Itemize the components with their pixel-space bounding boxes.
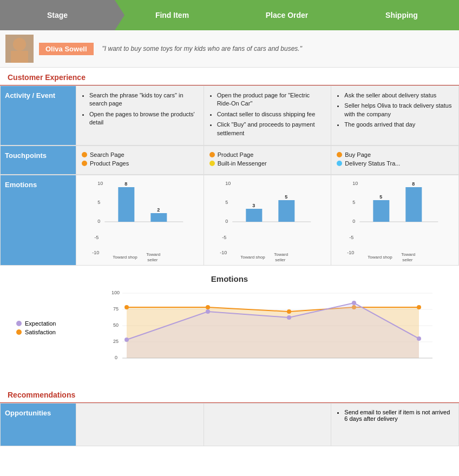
recommendations-title: Recommendations (0, 385, 459, 403)
svg-text:Toward shop: Toward shop (240, 255, 265, 260)
activity-col2: Open the product page for "Electric Ride… (204, 85, 332, 146)
svg-rect-2 (11, 51, 28, 63)
svg-text:2: 2 (157, 207, 160, 213)
customer-experience-title: Customer Experience (0, 68, 459, 85)
svg-rect-22 (246, 209, 262, 222)
svg-point-55 (287, 309, 291, 314)
emotions-chart-3: 10 5 0 -5 -10 5 8 Toward shop Toward sel… (331, 175, 459, 266)
stage-bar: Stage Find Item Place Order Shipping (0, 0, 459, 30)
svg-text:25: 25 (113, 339, 119, 344)
svg-point-60 (206, 309, 210, 314)
svg-text:-10: -10 (92, 250, 99, 255)
svg-text:10: 10 (225, 181, 231, 186)
svg-text:Toward: Toward (402, 252, 416, 257)
rec-col3: Send email to seller if item is not arri… (331, 403, 459, 446)
touchpoints-row: Touchpoints Search Page Product Pages Pr… (0, 146, 459, 175)
activity-event-label: Activity / Event (1, 85, 76, 146)
svg-text:50: 50 (113, 322, 119, 328)
legend-satisfaction-dot (16, 329, 22, 335)
avatar (5, 35, 34, 63)
activity-col1: Search the phrase "kids toy cars" in sea… (76, 85, 204, 146)
touchpoints-col1: Search Page Product Pages (76, 146, 204, 175)
customer-row: Oliva Sowell "I want to buy some toys fo… (0, 30, 459, 68)
svg-rect-9 (118, 187, 134, 222)
svg-rect-37 (406, 187, 422, 222)
svg-point-62 (352, 301, 356, 305)
svg-text:Toward: Toward (274, 252, 288, 257)
svg-text:10: 10 (353, 181, 358, 186)
svg-text:-5: -5 (350, 235, 354, 240)
emotions-chart-title: Emotions (5, 274, 454, 283)
recommendations-grid: Opportunities Send email to seller if it… (0, 403, 459, 446)
svg-point-61 (287, 315, 291, 320)
svg-text:-5: -5 (222, 235, 226, 240)
svg-text:5: 5 (353, 200, 356, 205)
activity-col3: Ask the seller about delivery status Sel… (331, 85, 459, 146)
stage-item-placeorder: Place Order (230, 0, 344, 30)
svg-text:-10: -10 (347, 250, 355, 255)
dot-search-page (82, 152, 87, 157)
svg-text:seller: seller (147, 257, 158, 262)
emotions-row: Emotions 10 5 0 -5 -10 8 2 Toward shop T… (0, 175, 459, 266)
dot-delivery-status (337, 161, 342, 166)
line-chart-svg: 100 75 50 25 0 (97, 288, 448, 374)
touchpoints-label: Touchpoints (1, 146, 76, 175)
svg-text:-5: -5 (94, 235, 99, 240)
touchpoints-col3: Buy Page Delivery Status Tra... (331, 146, 459, 175)
dot-messenger (209, 161, 215, 166)
svg-text:75: 75 (113, 306, 119, 312)
svg-text:3: 3 (252, 203, 255, 208)
svg-text:10: 10 (97, 181, 103, 186)
svg-text:0: 0 (97, 219, 100, 224)
legend-expectation-dot (16, 321, 22, 326)
svg-point-63 (417, 336, 421, 341)
svg-text:Toward shop: Toward shop (113, 255, 137, 260)
svg-text:-10: -10 (220, 250, 227, 255)
svg-text:0: 0 (225, 219, 228, 224)
emotions-chart-1: 10 5 0 -5 -10 8 2 Toward shop Toward sel… (76, 175, 204, 266)
stage-item-finditem: Find Item (115, 0, 230, 30)
svg-text:seller: seller (403, 257, 413, 262)
touchpoints-col2: Product Page Built-in Messenger (204, 146, 332, 175)
svg-text:100: 100 (112, 290, 120, 295)
svg-text:0: 0 (115, 355, 117, 360)
bar-chart-3: 10 5 0 -5 -10 5 8 Toward shop Toward sel… (333, 178, 456, 262)
svg-text:8: 8 (124, 181, 127, 187)
svg-text:seller: seller (275, 257, 285, 262)
svg-text:5: 5 (285, 194, 287, 200)
emotions-label: Emotions (1, 175, 76, 266)
svg-point-57 (417, 305, 421, 309)
customer-quote: "I want to buy some toys for my kids who… (102, 45, 302, 52)
svg-rect-11 (150, 213, 167, 222)
svg-rect-24 (278, 200, 294, 222)
stage-item-shipping: Shipping (344, 0, 459, 30)
svg-text:Toward shop: Toward shop (368, 255, 393, 260)
stage-item-stage: Stage (0, 0, 115, 30)
svg-point-59 (124, 338, 129, 342)
svg-text:5: 5 (380, 194, 383, 200)
bar-chart-1: 10 5 0 -5 -10 8 2 Toward shop Toward sel… (78, 178, 201, 262)
dot-product-pages (82, 161, 87, 166)
svg-text:5: 5 (225, 200, 228, 205)
svg-point-53 (124, 305, 129, 309)
emotions-chart-2: 10 5 0 -5 -10 3 5 Toward shop Toward sel… (204, 175, 332, 266)
customer-name: Oliva Sowell (39, 43, 94, 55)
opportunities-label: Opportunities (1, 403, 76, 446)
rec-col1 (76, 403, 204, 446)
bar-chart-2: 10 5 0 -5 -10 3 5 Toward shop Toward sel… (206, 178, 329, 262)
svg-text:5: 5 (97, 200, 100, 205)
dot-buy-page (337, 152, 342, 157)
svg-point-1 (13, 38, 26, 51)
dot-product-page (209, 152, 215, 157)
legend-expectation-label: Expectation (25, 320, 56, 327)
emotions-line-section: Emotions Expectation Satisfaction 100 75… (0, 266, 459, 385)
svg-text:Toward: Toward (146, 252, 160, 257)
svg-text:8: 8 (412, 181, 415, 187)
svg-text:0: 0 (353, 219, 356, 224)
svg-point-54 (206, 305, 210, 309)
activity-event-row: Activity / Event Search the phrase "kids… (0, 85, 459, 146)
emotions-legend: Expectation Satisfaction (16, 320, 56, 338)
legend-satisfaction-label: Satisfaction (25, 329, 56, 335)
rec-col2 (204, 403, 332, 446)
svg-rect-35 (373, 200, 390, 222)
